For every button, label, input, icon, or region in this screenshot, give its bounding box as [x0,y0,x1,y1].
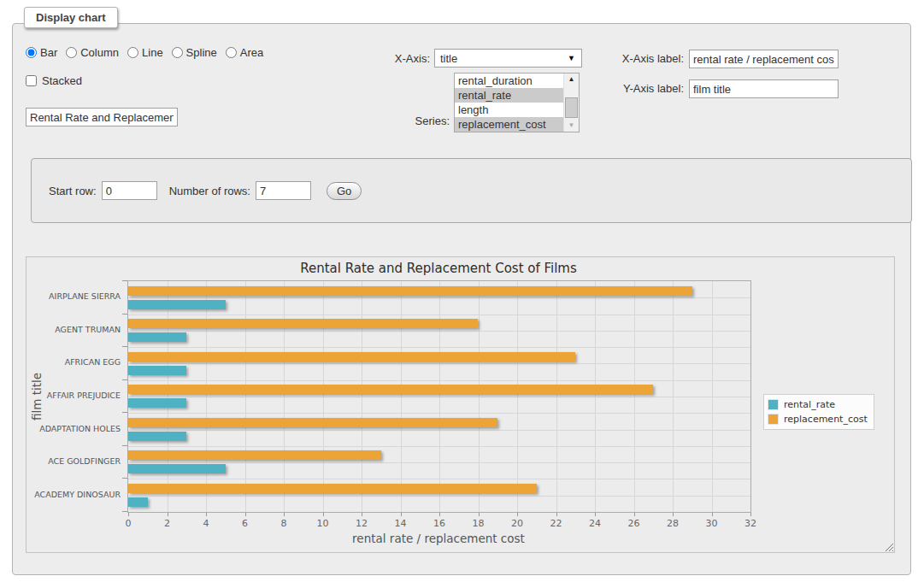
series-option-rental_rate[interactable]: rental_rate [455,88,564,103]
bar-rental_rate [128,464,226,473]
y-axis-tick [122,280,127,281]
horizontal-gridline [128,331,750,332]
series-option-length[interactable]: length [455,103,564,117]
series-scrollbar[interactable]: ▲ ▼ [563,73,579,132]
series-select-label: Series: [364,114,450,128]
y-axis-tick [122,314,127,315]
bar-replacement_cost [128,484,537,493]
bar-replacement_cost [128,319,478,328]
series-options-container: rental_durationrental_ratelengthreplacem… [455,73,579,132]
chart-type-radio-column[interactable] [66,47,77,58]
bar-rental_rate [128,300,226,309]
legend-swatch [768,414,779,425]
y-axis-tick [122,478,127,479]
chart-type-radio-label: Bar [40,46,57,59]
y-axis-tick [122,379,127,380]
category-label: AGENT TRUMAN [55,325,121,335]
bar-rental_rate [128,432,186,441]
y-axis-tick [122,412,127,413]
stacked-checkbox-row[interactable]: Stacked [26,74,82,87]
x-axis-selected-value: title [440,52,457,65]
series-option-rental_duration[interactable]: rental_duration [455,73,564,88]
chart-type-radio-line[interactable] [127,47,138,58]
x-axis-tick-label: 32 [744,518,756,529]
x-axis-tick [479,513,480,516]
horizontal-gridline [128,380,750,381]
stacked-checkbox[interactable] [26,75,37,86]
category-label: AFFAIR PREJUDICE [47,391,121,401]
resize-handle-icon[interactable] [884,542,893,551]
horizontal-gridline [128,315,750,315]
chart-type-option-column[interactable]: Column [66,46,119,59]
scrollbar-thumb[interactable] [565,97,578,118]
x-axis-tick [595,513,596,516]
x-axis-tick [634,513,635,516]
category-label: AIRPLANE SIERRA [49,291,121,302]
y-axis-label-input[interactable] [689,79,839,98]
x-axis-tick-label: 20 [511,518,523,529]
horizontal-gridline [128,462,750,463]
chart-container: Rental Rate and Replacement Cost of Film… [26,256,895,553]
bar-replacement_cost [128,286,692,296]
x-axis-tick [439,513,440,516]
start-row-input[interactable] [102,181,157,200]
horizontal-gridline [128,297,750,298]
chart-type-option-spline[interactable]: Spline [172,46,217,59]
x-axis-tick [673,513,674,516]
start-row-label: Start row: [49,185,97,197]
legend-item-rental_rate: rental_rate [768,397,868,412]
num-rows-label: Number of rows: [169,185,250,197]
go-button[interactable]: Go [327,182,362,200]
chart-type-radio-area[interactable] [226,47,237,58]
x-axis-tick-label: 22 [550,518,562,529]
chart-type-radio-label: Spline [186,46,217,59]
category-label: ACE GOLDFINGER [48,456,121,467]
x-axis-label-caption: X-Axis label: [603,49,684,69]
y-axis-tick [122,445,127,446]
x-axis-tick-label: 10 [317,518,329,529]
chart-type-radio-bar[interactable] [26,47,37,58]
chart-type-radio-spline[interactable] [172,47,183,58]
x-axis-tick-label: 16 [433,518,445,529]
legend-label: replacement_cost [784,414,868,425]
x-axis-label-input[interactable] [689,50,839,68]
chart-x-axis-title: rental rate / replacement cost [127,532,750,545]
legend-label: rental_rate [784,399,835,410]
chart-type-option-line[interactable]: Line [127,46,163,59]
x-axis-tick [750,513,751,516]
x-axis-select[interactable]: title ▼ [434,49,582,68]
y-axis-tick [122,346,127,347]
fieldset-legend: Display chart [24,7,118,28]
chart-type-radio-label: Column [80,46,119,59]
x-axis-tick [245,513,246,516]
display-chart-page: Display chart BarColumnLineSplineArea St… [0,0,924,582]
chart-type-option-bar[interactable]: Bar [26,46,57,59]
category-label: ACADEMY DINOSAUR [34,490,121,500]
x-axis-tick-label: 30 [706,518,718,529]
series-multiselect[interactable]: rental_durationrental_ratelengthreplacem… [454,73,580,132]
chart-legend: rental_ratereplacement_cost [763,394,874,430]
chart-title-input[interactable] [26,108,178,126]
x-axis-tick [168,513,168,516]
scroll-up-icon[interactable]: ▲ [564,73,579,85]
bar-replacement_cost [128,385,653,394]
x-axis-tick-label: 0 [126,518,132,529]
horizontal-gridline [128,397,750,397]
chart-plot-area [127,280,751,513]
x-axis-tick [517,513,518,516]
horizontal-gridline [128,413,750,414]
y-axis-label-caption: Y-Axis label: [603,79,684,99]
bar-rental_rate [128,497,148,507]
horizontal-gridline [128,363,750,364]
scroll-down-icon[interactable]: ▼ [564,120,579,132]
rows-panel: Start row: Number of rows: Go [31,158,912,223]
x-axis-tick [128,513,129,516]
x-axis-tick-label: 4 [203,518,209,529]
horizontal-gridline [128,446,750,447]
series-option-replacement_cost[interactable]: replacement_cost [455,117,564,132]
x-axis-tick-label: 18 [473,518,485,529]
chart-type-option-area[interactable]: Area [226,46,263,59]
x-axis-tick-label: 28 [667,518,679,529]
num-rows-input[interactable] [256,181,311,200]
chart-title: Rental Rate and Replacement Cost of Film… [127,261,750,276]
